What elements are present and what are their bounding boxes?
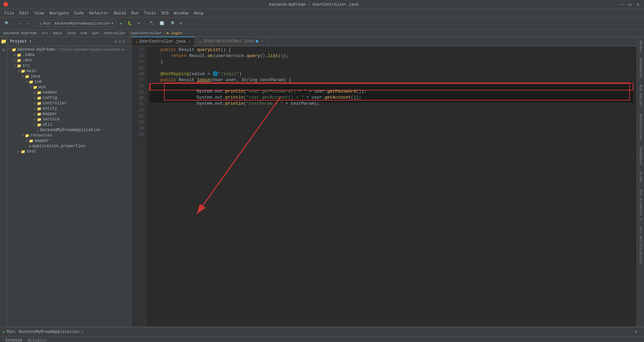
restservices-panel-btn[interactable]: RestServices: [638, 112, 643, 142]
titlebar-left: 🔴: [3, 2, 8, 7]
right-sidebar: Maven Bookmarks Run Parser RestServices …: [637, 37, 644, 327]
breadcrumb-part-2[interactable]: main: [53, 31, 62, 35]
tree-res-mapper[interactable]: ▶ 📁 mapper: [7, 138, 131, 144]
breadcrumb-method[interactable]: m login: [167, 31, 182, 35]
tree-test[interactable]: ▶ 📁 test: [7, 149, 131, 154]
tree-root[interactable]: ▼ 📁 backend-myDream D:\Tools\JavaWorkSpa…: [7, 47, 131, 52]
breadcrumb-part-5[interactable]: wyh: [92, 31, 99, 35]
build-button[interactable]: 🔨: [148, 20, 156, 26]
tree-common[interactable]: ▶ 📁 common: [7, 90, 131, 95]
breadcrumb-part-1[interactable]: src: [42, 31, 48, 35]
tree-app-props[interactable]: ▶ ⚙ application.properties: [7, 144, 131, 149]
menu-refactor[interactable]: Refactor: [87, 10, 111, 16]
sync-button[interactable]: 🔄: [158, 20, 166, 26]
titlebar-controls: ─ ▭ ✕: [619, 2, 641, 7]
breadcrumb-part-4[interactable]: com: [80, 31, 87, 35]
search-everywhere-btn[interactable]: 🔎: [168, 20, 176, 26]
collapse-all-btn[interactable]: ⊟: [118, 39, 121, 44]
maximize-button[interactable]: ▭: [627, 2, 633, 7]
code-editor[interactable]: public Result queryList() { return Resul…: [147, 46, 637, 327]
tab-iuserserviceimpl[interactable]: ☕ IUserServiceImpl.java ✕: [195, 37, 268, 46]
tree-main[interactable]: ▼ 📁 main: [7, 68, 131, 74]
code-line-22: public Result queryList() {: [150, 47, 633, 53]
menu-tools[interactable]: Tools: [141, 10, 159, 16]
menu-run[interactable]: Run: [128, 10, 141, 16]
menu-build[interactable]: Build: [111, 10, 128, 16]
code-line-23: return Result.ok(userService.query().lis…: [150, 53, 633, 59]
coverage-button[interactable]: ☂: [136, 20, 142, 26]
console-tab[interactable]: Console: [3, 337, 25, 342]
tree-mapper[interactable]: ▶ 📁 mapper: [7, 111, 131, 117]
tab-usercontroller[interactable]: ☕ UserController.java ✕: [131, 37, 195, 46]
tree-config[interactable]: ▶ 📁 config: [7, 95, 131, 101]
tree-mvn[interactable]: ▶ 📁 .mvn: [7, 58, 131, 63]
tree-wyh[interactable]: ▼ 📁 wyh: [7, 84, 131, 90]
run-button[interactable]: ▶: [118, 20, 124, 26]
breadcrumb-part-0[interactable]: backend-myDream: [3, 31, 37, 35]
tab-label-1: IUserServiceImpl.java: [203, 39, 254, 44]
project-header-title: Project ▾: [10, 39, 32, 44]
project-settings-btn[interactable]: ⚙: [122, 39, 125, 44]
breadcrumb-part-3[interactable]: java: [67, 31, 75, 35]
toolbar-back-btn[interactable]: ←: [17, 20, 23, 26]
run-title: Run: BackendMyDreamApplication: [7, 330, 79, 334]
run-minimize-btn[interactable]: −: [639, 330, 641, 334]
settings-btn[interactable]: ⚙: [178, 20, 184, 26]
breadcrumb: backend-myDream › src › main › java › co…: [0, 30, 644, 37]
tree-java[interactable]: ▼ 📁 java: [7, 74, 131, 79]
run-close-btn[interactable]: ✕: [81, 329, 83, 334]
tree-util[interactable]: ▶ 📁 util: [7, 122, 131, 127]
menu-navigate[interactable]: Navigate: [47, 10, 71, 16]
actuator-tab[interactable]: Actuator: [25, 337, 50, 342]
minimize-button[interactable]: ─: [619, 2, 625, 7]
menubar: FileEditViewNavigateCodeRefactorBuildRun…: [0, 9, 644, 17]
structure-icon[interactable]: ≡: [2, 48, 5, 53]
breadcrumb-part-6[interactable]: controller: [104, 31, 126, 35]
tree-controller[interactable]: ▶ 📁 controller: [7, 101, 131, 106]
git-notifications-panel-btn[interactable]: Git Notifications: [638, 225, 643, 267]
menu-code[interactable]: Code: [71, 10, 87, 16]
database-panel-btn[interactable]: Database: [638, 145, 643, 167]
menu-view[interactable]: View: [32, 10, 47, 16]
tab-close-1[interactable]: ✕: [261, 39, 263, 43]
close-button[interactable]: ✕: [635, 2, 641, 7]
line-gutter: 22 23 24 25 26 27 28 29 30 31 32 33 34 3…: [131, 46, 147, 327]
editor-area: ☕ UserController.java ✕ ☕ IUserServiceIm…: [131, 37, 637, 327]
toolbar-search-btn[interactable]: 🔍: [3, 20, 11, 26]
toolbar-forward-btn[interactable]: →: [25, 20, 31, 26]
expand-all-btn[interactable]: ⊞: [115, 39, 117, 44]
toolbar-sep-3: [145, 20, 145, 27]
bookmarks-panel-btn[interactable]: Bookmarks: [638, 56, 643, 80]
debug-button[interactable]: 🐛: [125, 20, 134, 26]
tree-entity[interactable]: ▶ 📁 entity: [7, 106, 131, 111]
tree-idea[interactable]: ▶ 📁 .idea: [7, 52, 131, 58]
menu-window[interactable]: Window: [171, 10, 191, 16]
tree-resources[interactable]: ▼ 📁 resources: [7, 133, 131, 138]
run-panel-header: ▶ Run: BackendMyDreamApplication ✕ ⚙ −: [0, 327, 644, 337]
run-settings-btn[interactable]: ⚙: [635, 329, 637, 334]
tree-src[interactable]: ▼ 📁 src: [7, 63, 131, 68]
run-config-icon: ☕: [40, 21, 42, 26]
toolbar-sep-1: [14, 20, 14, 27]
tree-main-app[interactable]: ▶ ☕ BackendMyDreamApplication: [7, 127, 131, 133]
run-config-arrow: ▾: [111, 21, 114, 26]
maven-panel-btn[interactable]: Maven: [638, 39, 643, 54]
run-parser-panel-btn[interactable]: Run Parser: [638, 83, 643, 109]
key-promoter-panel-btn[interactable]: Key Promoter X: [638, 187, 643, 222]
titlebar: 🔴 backend-myDream – UserController.java …: [0, 0, 644, 9]
tree-service[interactable]: ▶ 📁 service: [7, 117, 131, 122]
breadcrumb-part-7[interactable]: UserController: [131, 31, 162, 35]
project-close-btn[interactable]: −: [126, 40, 128, 44]
editor-content: 22 23 24 25 26 27 28 29 30 31 32 33 34 3…: [131, 46, 637, 327]
menu-vcs[interactable]: VCS: [159, 10, 171, 16]
xcode-panel-btn[interactable]: Xcode: [638, 169, 643, 184]
tree-com[interactable]: ▼ 📁 com: [7, 79, 131, 84]
menu-edit[interactable]: Edit: [17, 10, 32, 16]
menu-help[interactable]: Help: [191, 10, 206, 16]
toolbar: 🔍 ← → ☕ Run: BackendMyDreamApplication ▾…: [0, 17, 644, 30]
tab-close-0[interactable]: ✕: [189, 40, 191, 44]
menu-file[interactable]: File: [2, 10, 17, 16]
project-icon[interactable]: 📁: [1, 39, 6, 44]
run-config-selector[interactable]: ☕ Run: BackendMyDreamApplication ▾: [37, 20, 117, 27]
titlebar-title: backend-myDream – UserController.java: [269, 2, 358, 7]
